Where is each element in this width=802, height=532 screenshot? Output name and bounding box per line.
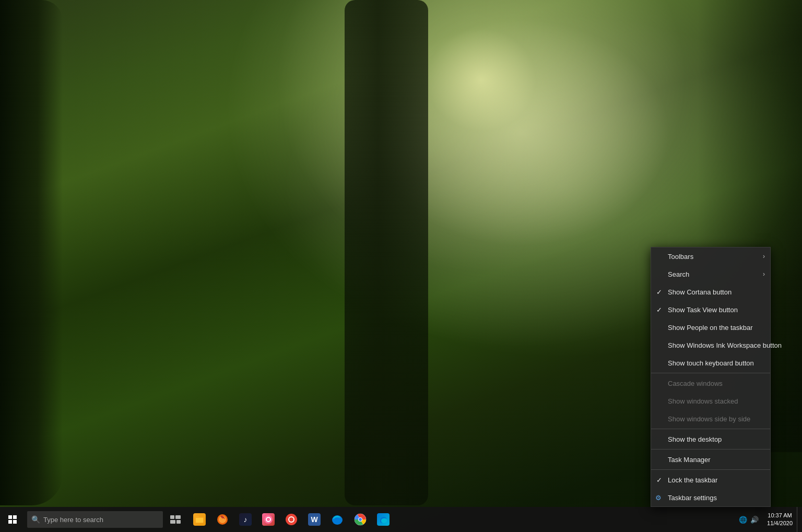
taskbar-icon-music[interactable]: ♪ [234,507,257,532]
network-icon[interactable]: 🌐 [739,516,747,524]
menu-item-show-ink-workspace[interactable]: Show Windows Ink Workspace button [651,336,770,354]
firefox-logo [216,513,229,526]
svg-rect-2 [170,520,175,524]
menu-item-label-lock-taskbar: Lock the taskbar [668,476,717,484]
trunk-left [0,0,63,505]
search-placeholder: Type here to search [43,516,103,524]
taskbar: 🔍 Type here to search [0,507,802,532]
menu-item-label-show-stacked: Show windows stacked [668,397,738,405]
menu-separator-sep3 [651,449,770,450]
checkmark-icon: ✓ [656,288,662,296]
gear-icon: ⚙ [655,494,662,502]
taskbar-context-menu: Toolbars›Search›✓Show Cortana button✓Sho… [651,247,771,507]
svg-rect-3 [176,520,181,524]
edge-new-icon [377,513,390,526]
menu-item-label-show-ink-workspace: Show Windows Ink Workspace button [668,341,782,349]
menu-item-label-show-task-view: Show Task View button [668,306,738,314]
trunk-center [345,0,428,505]
menu-item-label-taskbar-settings: Taskbar settings [668,494,717,502]
submenu-arrow-icon: › [763,253,765,260]
menu-item-show-desktop[interactable]: Show the desktop [651,430,770,448]
svg-rect-0 [170,515,174,519]
menu-item-label-search: Search [668,270,689,278]
taskbar-icon-word[interactable]: W [303,507,326,532]
volume-icon[interactable]: 🔊 [750,516,759,524]
menu-item-show-side-by-side: Show windows side by side [651,410,770,428]
edge-icon [331,513,344,526]
taskbar-icon-firefox[interactable] [211,507,234,532]
search-icon: 🔍 [31,515,40,524]
music-icon: ♪ [239,513,252,526]
taskbar-pinned-apps: ♪ W [188,507,395,532]
start-button[interactable] [0,507,25,532]
menu-item-task-manager[interactable]: Task Manager [651,451,770,468]
checkmark-icon: ✓ [656,306,662,314]
chrome-red-icon [285,513,298,526]
menu-item-label-cascade-windows: Cascade windows [668,380,723,387]
show-desktop-button[interactable] [797,507,800,532]
taskbar-icon-file-explorer[interactable] [188,507,211,532]
candy-icon [262,513,275,526]
submenu-arrow-icon: › [763,270,765,278]
menu-item-label-show-people: Show People on the taskbar [668,324,753,332]
edge-new-logo [379,515,388,524]
menu-item-show-stacked: Show windows stacked [651,392,770,410]
taskbar-search-bar[interactable]: 🔍 Type here to search [27,511,163,528]
chrome-logo [354,513,367,526]
taskbar-icon-game[interactable] [257,507,280,532]
svg-rect-1 [175,515,181,519]
candy-logo [264,515,273,524]
clock-date: 11/4/2020 [767,519,793,527]
clock-time: 10:37 AM [768,512,792,519]
checkmark-icon: ✓ [656,476,662,484]
svg-point-15 [359,518,362,521]
menu-item-lock-taskbar[interactable]: ✓Lock the taskbar [651,471,770,489]
taskbar-icon-chrome[interactable] [349,507,372,532]
menu-item-toolbars[interactable]: Toolbars› [651,247,770,265]
menu-item-label-show-side-by-side: Show windows side by side [668,415,750,423]
edge-logo [331,513,344,526]
menu-item-label-show-cortana: Show Cortana button [668,288,732,296]
menu-item-show-task-view[interactable]: ✓Show Task View button [651,301,770,318]
menu-item-cascade-windows: Cascade windows [651,374,770,392]
system-tray-icons: 🌐 🔊 [735,507,763,532]
chrome-icon [354,513,367,526]
menu-item-label-show-touch-keyboard: Show touch keyboard button [668,359,754,367]
svg-point-11 [289,517,293,522]
menu-separator-sep1 [651,373,770,373]
menu-item-label-toolbars: Toolbars [668,253,693,261]
word-icon: W [308,513,321,526]
file-explorer-icon [193,513,206,526]
taskbar-icon-edge[interactable] [326,507,349,532]
firefox-icon [216,513,229,526]
menu-item-show-cortana[interactable]: ✓Show Cortana button [651,283,770,301]
system-tray: 🌐 🔊 10:37 AM 11/4/2020 [735,507,802,532]
menu-separator-sep4 [651,469,770,470]
menu-item-show-touch-keyboard[interactable]: Show touch keyboard button [651,354,770,372]
chrome-red-logo [285,513,298,526]
menu-item-show-people[interactable]: Show People on the taskbar [651,318,770,336]
windows-logo-icon [8,515,17,524]
task-view-icon [170,515,181,524]
svg-point-8 [267,518,270,521]
menu-separator-sep2 [651,429,770,429]
menu-item-label-task-manager: Task Manager [668,456,711,464]
folder-icon [195,516,204,523]
taskbar-icon-edge-new[interactable] [372,507,395,532]
menu-item-label-show-desktop: Show the desktop [668,435,722,443]
clock[interactable]: 10:37 AM 11/4/2020 [763,512,797,528]
taskbar-icon-chrome-red[interactable] [280,507,303,532]
menu-item-taskbar-settings[interactable]: ⚙Taskbar settings [651,489,770,506]
menu-item-search[interactable]: Search› [651,265,770,283]
task-view-button[interactable] [165,507,186,532]
